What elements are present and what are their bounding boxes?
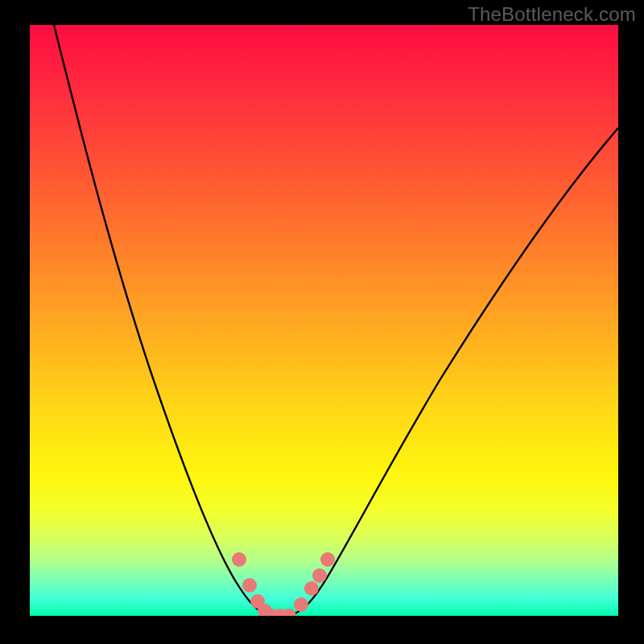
bottleneck-curve [54,25,618,616]
curve-right [284,128,618,616]
marker-dot [312,568,327,583]
marker-dot [242,578,257,592]
marker-dot [294,597,308,612]
curve-left [54,25,275,616]
marker-dot [304,581,319,596]
watermark-text: TheBottleneck.com [468,3,636,26]
marker-dot [232,552,246,567]
marker-dot [320,552,335,567]
chart-frame: TheBottleneck.com [0,0,644,644]
marker-group [232,552,335,616]
curve-svg [30,25,618,616]
plot-area [30,25,618,616]
